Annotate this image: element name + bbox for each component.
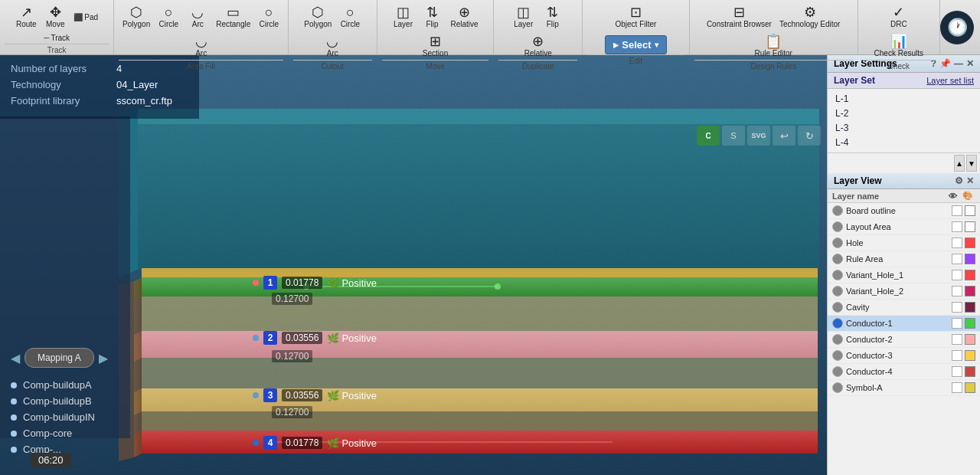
- toolbar-group-duplicate: ◫ Layer ⇅ Flip ⊕ Relative Duplicate: [494, 0, 583, 54]
- rule-editor-button[interactable]: 📋 Rule Editor: [751, 32, 795, 60]
- rectangle-icon: ▭: [227, 5, 240, 19]
- arc2-button[interactable]: ◡ Arc: [188, 32, 215, 60]
- layer-color-swatch[interactable]: [965, 270, 975, 280]
- layer-color-swatch[interactable]: [965, 318, 975, 329]
- comp-icon-btn[interactable]: C: [697, 126, 720, 146]
- layer-color-swatch[interactable]: [965, 350, 975, 361]
- minimize-icon[interactable]: —: [954, 58, 963, 69]
- layer-view-row[interactable]: Symbol-A: [828, 380, 980, 396]
- pad-button[interactable]: ⬛ Pad: [70, 3, 101, 31]
- layer-list-item-l1[interactable]: L-1: [832, 92, 975, 106]
- route-button[interactable]: ↗ Route: [12, 3, 40, 31]
- layer-view-row[interactable]: Hole: [828, 235, 980, 251]
- constraint-browser-button[interactable]: ⊟ Constraint Browser: [704, 3, 775, 31]
- layer-view-settings-icon[interactable]: ⚙: [955, 175, 963, 186]
- layer1-thickness: 0.01778: [282, 277, 322, 289]
- layer-button[interactable]: ◫ Layer: [389, 3, 416, 31]
- layer-view-close-icon[interactable]: ✕: [966, 175, 974, 186]
- section-button[interactable]: ⊞ Section: [420, 32, 451, 60]
- relative2-button[interactable]: ⊕ Relative: [521, 32, 555, 60]
- circle2-button[interactable]: ○ Circle: [255, 3, 283, 31]
- layer-view-row[interactable]: Variant_Hole_1: [828, 267, 980, 283]
- viewport[interactable]: Number of layers 4 Technology 04_Layer F…: [0, 55, 827, 475]
- layer-list-item-l3[interactable]: L-3: [832, 121, 975, 135]
- clock-button[interactable]: 🕐: [940, 11, 974, 44]
- polygon-button[interactable]: ⬡ Polygon: [119, 3, 153, 31]
- arc-button[interactable]: ◡ Arc: [184, 3, 211, 31]
- layer-vis-checkbox[interactable]: [952, 382, 962, 393]
- track-button[interactable]: ─ Track: [41, 32, 73, 44]
- layer-vis-checkbox[interactable]: [952, 254, 962, 264]
- pin-icon[interactable]: 📌: [939, 58, 951, 69]
- layer-vis-checkbox[interactable]: [952, 318, 962, 329]
- undo-icon-btn[interactable]: ↩: [773, 126, 795, 146]
- layer-color-swatch[interactable]: [965, 238, 975, 248]
- mapping-label-button[interactable]: Mapping A: [24, 348, 94, 368]
- circle-button[interactable]: ○ Circle: [155, 3, 182, 31]
- layer-vis-checkbox[interactable]: [952, 221, 962, 232]
- layer-list-item-l2[interactable]: L-2: [832, 106, 975, 120]
- layer-color-swatch[interactable]: [965, 302, 975, 313]
- layer4-pos-label: 🌿 Positive: [327, 437, 377, 449]
- layer-circle-icon: [832, 254, 843, 264]
- flip2-button[interactable]: ⇅ Flip: [539, 3, 567, 31]
- move-button[interactable]: ✥ Move: [41, 3, 69, 31]
- layer-color-swatch[interactable]: [965, 366, 975, 377]
- list-item: Comp-buildupIN: [11, 411, 95, 423]
- layer-color-swatch[interactable]: [965, 334, 975, 345]
- arc3-icon: ◡: [326, 34, 338, 48]
- layer-view-row[interactable]: Board outline: [828, 203, 980, 219]
- rectangle-button[interactable]: ▭ Rectangle: [213, 3, 253, 31]
- layer2-num: 2: [263, 331, 277, 345]
- redo-icon-btn[interactable]: ↻: [798, 126, 821, 146]
- layer-vis-checkbox[interactable]: [952, 334, 962, 345]
- circle-icon: ○: [165, 5, 173, 19]
- mapping-next-button[interactable]: ▶: [99, 351, 108, 365]
- layer-vis-checkbox[interactable]: [952, 270, 962, 280]
- mapping-prev-button[interactable]: ◀: [11, 351, 20, 365]
- drc-button[interactable]: ✓ DRC: [885, 3, 913, 31]
- circle3-button[interactable]: ○ Circle: [336, 3, 364, 31]
- flip-button[interactable]: ⇅ Flip: [418, 3, 446, 31]
- object-filter-button[interactable]: ⊡ Object Filter: [612, 3, 659, 31]
- layer-color-swatch[interactable]: [965, 382, 975, 393]
- layer-vis-checkbox[interactable]: [952, 238, 962, 248]
- layer-view-row[interactable]: Conductor-2: [828, 332, 980, 348]
- polygon3-button[interactable]: ⬡ Polygon: [301, 3, 335, 31]
- layer-color-swatch[interactable]: [965, 254, 975, 264]
- layer-circle-icon: [832, 382, 843, 393]
- layer3-dot: [253, 392, 259, 398]
- layer-vis-checkbox[interactable]: [952, 350, 962, 361]
- layer-view-row[interactable]: Rule Area: [828, 251, 980, 267]
- svg-marker-14: [142, 411, 818, 431]
- layer-view-row[interactable]: Layout Area: [828, 219, 980, 235]
- close-icon[interactable]: ✕: [966, 58, 974, 69]
- layer-set-list-button[interactable]: Layer set list: [926, 76, 974, 85]
- layer-vis-checkbox[interactable]: [952, 286, 962, 296]
- drc-icon: ✓: [893, 5, 904, 19]
- check-results-button[interactable]: 📊 Check Results: [871, 32, 926, 60]
- layer-vis-checkbox[interactable]: [952, 366, 962, 377]
- scroll-down-btn[interactable]: ▼: [966, 155, 977, 172]
- svg-icon-btn[interactable]: SVG: [747, 126, 770, 146]
- relative-button[interactable]: ⊕ Relative: [447, 3, 481, 31]
- layer-color-swatch[interactable]: [965, 221, 975, 232]
- technology-editor-button[interactable]: ⚙ Technology Editor: [776, 3, 844, 31]
- scroll-up-btn[interactable]: ▲: [954, 155, 965, 172]
- layer-view-row[interactable]: Conductor-1: [828, 316, 980, 332]
- layer-vis-checkbox[interactable]: [952, 205, 962, 216]
- layer-view-row[interactable]: Conductor-3: [828, 348, 980, 364]
- layer1-pos-label: 🌿 Positive: [327, 277, 377, 289]
- layer-list-item-l4[interactable]: L-4: [832, 136, 975, 149]
- select-button[interactable]: ▸ Select ▾: [605, 35, 666, 54]
- layer-view-row[interactable]: Cavity: [828, 300, 980, 316]
- layer-view-row[interactable]: Variant_Hole_2: [828, 283, 980, 300]
- snap-icon-btn[interactable]: S: [722, 126, 745, 146]
- layer-color-swatch[interactable]: [965, 205, 975, 216]
- layer-view-row[interactable]: Conductor-4: [828, 364, 980, 380]
- layer-color-swatch[interactable]: [965, 286, 975, 296]
- layer-vis-checkbox[interactable]: [952, 302, 962, 313]
- object-filter-icon: ⊡: [630, 5, 642, 19]
- arc3-button[interactable]: ◡ Arc: [318, 32, 346, 60]
- layer2-button[interactable]: ◫ Layer: [510, 3, 537, 31]
